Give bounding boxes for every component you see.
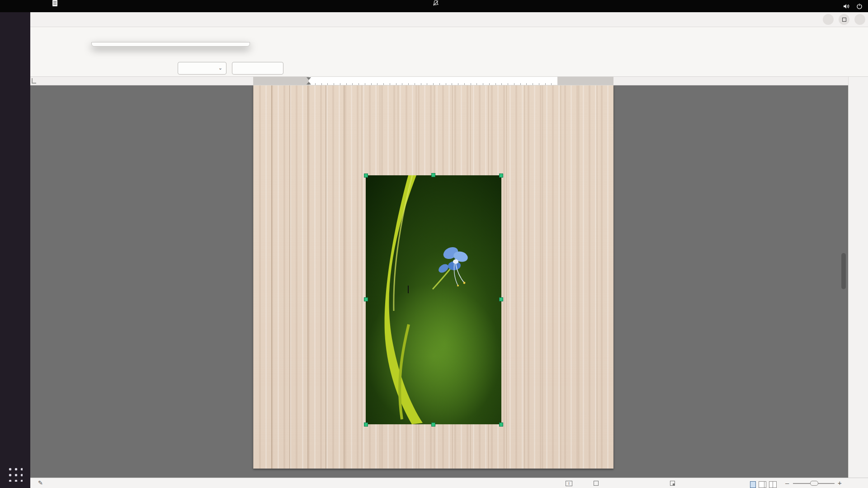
menubar	[30, 27, 868, 42]
horizontal-ruler[interactable]	[30, 77, 848, 85]
system-status-area[interactable]	[843, 0, 863, 12]
edit-mode-icon[interactable]: ✎	[38, 478, 43, 488]
position-icon	[594, 481, 599, 486]
scrollbar-thumb[interactable]	[841, 253, 846, 289]
selection-handle-bottom-left[interactable]	[364, 422, 368, 427]
desktop-screen: ⌄	[0, 0, 868, 488]
indent-marker-bottom-icon[interactable]	[307, 82, 311, 84]
selection-handle-bottom-right[interactable]	[499, 422, 503, 427]
object-size-status	[670, 478, 677, 488]
zoom-out-button[interactable]: –	[785, 478, 789, 488]
system-top-bar	[0, 0, 868, 12]
ruler-corner-icon	[32, 78, 36, 84]
selection-handle-top-left[interactable]	[364, 174, 368, 178]
show-applications-icon	[8, 467, 23, 482]
selected-flower-image[interactable]	[366, 175, 501, 424]
app-window-icon	[52, 0, 57, 6]
power-icon	[856, 3, 863, 9]
focused-app-indicator[interactable]	[52, 0, 61, 6]
sidebar-icon-strip	[848, 77, 868, 478]
transparency-spinbox[interactable]	[232, 62, 283, 75]
dock	[0, 12, 30, 488]
image-toolbar: ⌄	[30, 60, 868, 77]
minimize-button[interactable]	[823, 14, 834, 25]
document-page[interactable]	[253, 85, 613, 469]
restore-icon	[842, 18, 846, 22]
dock-item-show-applications[interactable]	[0, 464, 30, 485]
size-icon	[670, 481, 675, 486]
selection-handle-middle-right[interactable]	[499, 297, 503, 301]
status-bar: ✎ I – +	[30, 478, 868, 488]
insert-menu-popup	[91, 42, 250, 47]
document-view[interactable]	[30, 85, 848, 478]
chevron-down-icon: ⌄	[218, 65, 222, 71]
book-view-icon[interactable]	[769, 481, 777, 488]
zoom-in-button[interactable]: +	[838, 478, 842, 488]
ruler-text-span	[309, 77, 557, 85]
selection-handle-top-right[interactable]	[499, 174, 503, 178]
clock-menu[interactable]	[429, 0, 439, 6]
single-page-view-icon[interactable]	[750, 481, 756, 488]
vertical-scrollbar[interactable]	[841, 86, 846, 477]
window-title-bar[interactable]	[30, 12, 868, 27]
notifications-muted-icon	[433, 0, 439, 6]
multi-page-view-icon[interactable]	[759, 481, 764, 488]
selection-handle-bottom-center[interactable]	[431, 422, 435, 427]
text-cursor	[408, 286, 409, 293]
view-layout-switcher[interactable]	[750, 479, 779, 488]
maximize-button[interactable]	[839, 14, 849, 25]
selection-handle-middle-left[interactable]	[364, 297, 368, 301]
selection-handle-top-center[interactable]	[431, 173, 435, 177]
object-position-status	[594, 478, 601, 488]
image-style-combobox[interactable]: ⌄	[178, 62, 226, 75]
selection-mode-icon[interactable]: I	[566, 478, 572, 488]
volume-icon	[843, 3, 850, 9]
close-button[interactable]	[854, 14, 865, 25]
indent-marker-top-icon[interactable]	[307, 77, 311, 80]
zoom-slider-thumb[interactable]	[810, 481, 818, 486]
